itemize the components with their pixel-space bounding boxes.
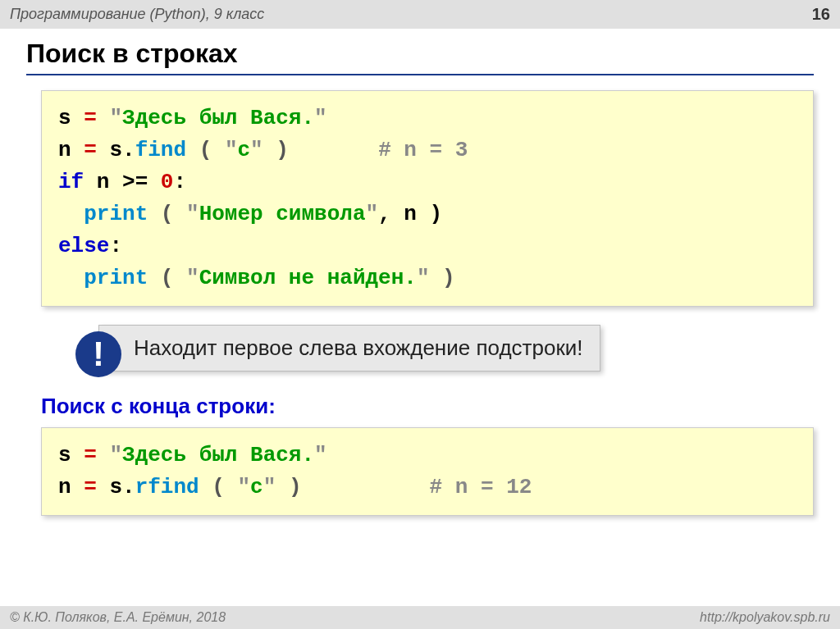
callout-text: Находит первое слева вхождение подстроки… (98, 325, 600, 371)
code-block-find: s = "Здесь был Вася." n = s.find ( "с" )… (41, 90, 814, 307)
subheading: Поиск с конца строки: (41, 394, 814, 419)
code-line: s = "Здесь был Вася." (58, 103, 797, 134)
code-line: if n >= 0: (58, 166, 797, 198)
callout: ! Находит первое слева вхождение подстро… (75, 325, 814, 377)
slide-title: Поиск в строках (26, 39, 814, 75)
code-line: s = "Здесь был Вася." (58, 440, 797, 472)
slide-content: Поиск в строках s = "Здесь был Вася." n … (0, 29, 840, 516)
footer-url: http://kpolyakov.spb.ru (700, 610, 830, 625)
code-line: print ( "Номер символа", n ) (58, 198, 797, 230)
code-line: n = s.rfind ( "с" ) # n = 12 (58, 472, 797, 504)
slide-header: Программирование (Python), 9 класс 16 (0, 0, 840, 29)
slide-footer: © К.Ю. Поляков, Е.А. Ерёмин, 2018 http:/… (0, 606, 840, 629)
exclamation-icon: ! (75, 331, 121, 377)
code-line: n = s.find ( "с" ) # n = 3 (58, 134, 797, 166)
page-number: 16 (812, 5, 830, 24)
footer-copyright: © К.Ю. Поляков, Е.А. Ерёмин, 2018 (10, 610, 226, 625)
code-block-rfind: s = "Здесь был Вася." n = s.rfind ( "с" … (41, 427, 814, 516)
code-line: print ( "Символ не найден." ) (58, 262, 797, 294)
header-subject: Программирование (Python), 9 класс (10, 6, 264, 23)
code-line: else: (58, 230, 797, 262)
